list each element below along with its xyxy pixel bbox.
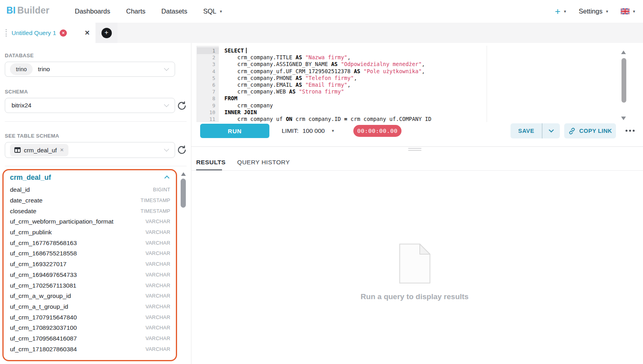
run-button[interactable]: RUN: [200, 124, 269, 138]
code-line[interactable]: INNER JOIN: [224, 109, 643, 116]
nav-sql[interactable]: SQL▼: [203, 8, 223, 15]
sidebar-scrollbar-thumb[interactable]: [181, 179, 186, 208]
top-bar: BIBuilder Dashboards Charts Datasets SQL…: [0, 0, 643, 23]
column-name: uf_crm_1702567113081: [10, 282, 76, 289]
editor-scroll-up-arrow[interactable]: [621, 51, 626, 54]
column-name: closedate: [10, 208, 36, 215]
empty-document-icon: [399, 243, 431, 285]
chevron-down-icon: [549, 127, 554, 132]
schema-column-row[interactable]: uf_crm_webform_participation_formatVARCH…: [4, 216, 176, 227]
nav-datasets[interactable]: Datasets: [162, 8, 187, 15]
table-icon: [14, 147, 21, 153]
code-line[interactable]: FROM: [224, 95, 643, 102]
settings-menu[interactable]: Settings▼: [579, 8, 609, 15]
nav-charts[interactable]: Charts: [126, 8, 146, 15]
column-name: uf_crm_a_t_group_id: [10, 303, 68, 310]
plus-icon: +: [555, 6, 561, 17]
tab-untitled-query[interactable]: Untitled Query 1 ✕ ✕: [0, 23, 95, 43]
save-options-button[interactable]: [542, 123, 560, 138]
code-line[interactable]: SELECT: [224, 47, 643, 54]
add-new-button[interactable]: +▼: [555, 6, 567, 17]
code-line[interactable]: crm_company_uf.UF_CRM_1729502512378 AS "…: [224, 68, 643, 75]
schema-column-row[interactable]: deal_idBIGINT: [4, 185, 176, 195]
refresh-icon: [177, 101, 187, 111]
chevron-down-icon: [164, 146, 169, 152]
column-type: TIMESTAMP: [140, 208, 170, 214]
code-line[interactable]: crm_company_uf ON crm_company.ID = crm_c…: [224, 116, 643, 122]
table-schema-select[interactable]: crm_deal_uf ✕: [5, 142, 175, 158]
database-select[interactable]: trino trino: [5, 62, 175, 77]
panel-resize-handle[interactable]: [408, 148, 421, 152]
drag-handle-icon[interactable]: [6, 29, 7, 37]
database-label: DATABASE: [5, 53, 34, 58]
collapse-chevron-up-icon[interactable]: [164, 175, 170, 181]
nav-dashboards[interactable]: Dashboards: [75, 8, 110, 15]
code-line[interactable]: crm_company.ASSIGNED_BY_NAME AS "Odpowie…: [224, 61, 643, 68]
schema-column-row[interactable]: date_createTIMESTAMP: [4, 195, 176, 206]
unsaved-badge[interactable]: ✕: [60, 29, 67, 37]
copy-link-label: COPY LINK: [579, 128, 612, 134]
empty-state-message: Run a query to display results: [355, 292, 474, 301]
schema-column-row[interactable]: uf_crm_publinkVARCHAR: [4, 227, 176, 238]
chevron-down-icon: [164, 66, 169, 71]
code-line[interactable]: crm_company.EMAIL AS "Email firmy",: [224, 82, 643, 88]
new-tab-button[interactable]: +: [101, 28, 112, 38]
schema-select[interactable]: bitrix24: [5, 98, 175, 113]
remove-chip-icon[interactable]: ✕: [60, 147, 64, 153]
column-name: uf_crm_webform_participation_format: [10, 218, 113, 225]
refresh-table-schema-button[interactable]: [177, 145, 187, 155]
chevron-down-icon: ▼: [605, 10, 609, 14]
schema-column-row[interactable]: uf_crm_1708923037100VARCHAR: [4, 323, 176, 333]
column-type: VARCHAR: [146, 272, 170, 278]
column-type: VARCHAR: [146, 230, 170, 235]
close-tab-icon[interactable]: ✕: [85, 29, 90, 37]
schema-column-row[interactable]: uf_crm_1693227017VARCHAR: [4, 259, 176, 270]
schema-column-row[interactable]: uf_crm_a_t_group_idVARCHAR: [4, 302, 176, 312]
line-number: 4: [197, 68, 219, 75]
schema-column-row[interactable]: closedateTIMESTAMP: [4, 206, 176, 216]
tab-results[interactable]: RESULTS: [196, 159, 226, 166]
divider: [191, 146, 643, 147]
schema-column-row[interactable]: uf_crm_1686755218558VARCHAR: [4, 248, 176, 259]
editor-scrollbar-thumb[interactable]: [622, 58, 626, 103]
schema-column-row[interactable]: uf_crm_1718027860384VARCHAR: [4, 344, 176, 354]
editor-code[interactable]: SELECT crm_company.TITLE AS "Nazwa firmy…: [219, 46, 643, 122]
tab-query-history[interactable]: QUERY HISTORY: [237, 159, 290, 166]
table-chip[interactable]: crm_deal_uf ✕: [10, 144, 68, 156]
column-type: VARCHAR: [146, 219, 170, 224]
bi-builder-app: BIBuilder Dashboards Charts Datasets SQL…: [0, 0, 643, 364]
code-line[interactable]: crm_company: [224, 102, 643, 109]
schema-column-row[interactable]: uf_crm_1707915647840VARCHAR: [4, 312, 176, 323]
logo-secondary: Builder: [17, 5, 49, 16]
schema-column-row[interactable]: uf_crm_1677678568163VARCHAR: [4, 237, 176, 248]
schema-column-row[interactable]: uf_crm_a_w_group_idVARCHAR: [4, 291, 176, 302]
column-type: VARCHAR: [146, 315, 170, 320]
chevron-down-icon: ▼: [632, 10, 636, 14]
tab-title: Untitled Query 1: [12, 29, 56, 37]
code-line[interactable]: crm_company.PHONE AS "Telefon firmy",: [224, 75, 643, 82]
query-tab-strip: Untitled Query 1 ✕ ✕ +: [0, 23, 643, 43]
line-number: 8: [197, 95, 219, 102]
scroll-up-arrow[interactable]: [181, 172, 186, 176]
language-selector[interactable]: ▼: [621, 8, 636, 14]
line-number: 6: [197, 82, 219, 88]
nav-dashboards-label: Dashboards: [75, 8, 110, 15]
editor-scroll-down-arrow[interactable]: [621, 117, 626, 120]
database-value: trino: [38, 66, 50, 73]
more-options-button[interactable]: [625, 130, 635, 132]
schema-column-row[interactable]: uf_crm_1694697654733VARCHAR: [4, 270, 176, 280]
line-number: 3: [197, 61, 219, 68]
app-logo: BIBuilder: [6, 5, 49, 16]
schema-column-row[interactable]: uf_crm_1709568416087VARCHAR: [4, 333, 176, 344]
sql-editor[interactable]: 1234567891011 SELECT crm_company.TITLE A…: [197, 46, 643, 122]
copy-link-button[interactable]: COPY LINK: [564, 123, 616, 138]
code-line[interactable]: crm_company.WEB AS "Strona firmy": [224, 88, 643, 95]
schema-column-row[interactable]: uf_crm_1702567113081VARCHAR: [4, 280, 176, 291]
line-number: 9: [197, 102, 219, 109]
limit-dropdown-icon[interactable]: ▼: [331, 129, 335, 133]
code-line[interactable]: crm_company.TITLE AS "Nazwa firmy",: [224, 54, 643, 61]
line-number: 11: [197, 116, 219, 122]
save-button[interactable]: SAVE: [511, 123, 542, 138]
column-type: VARCHAR: [146, 283, 170, 288]
refresh-schema-button[interactable]: [177, 101, 187, 111]
